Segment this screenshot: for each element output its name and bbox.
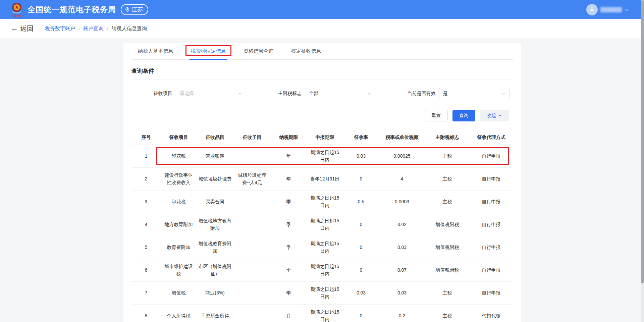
table-cell: 个人所得税 [161, 310, 197, 322]
divider [131, 79, 513, 80]
location-pin-icon [125, 7, 130, 12]
tab-label: 核定征收信息 [291, 48, 321, 54]
table-cell [234, 246, 271, 250]
table-cell: 0 [343, 310, 379, 322]
table-cell: 0.02 [379, 219, 425, 230]
breadcrumb-item-account-query[interactable]: 账户查询 [83, 25, 103, 32]
table-cell: 4 [379, 173, 425, 185]
reset-button[interactable]: 重置 [425, 110, 448, 121]
column-header: 申报期限 [307, 132, 343, 143]
table-row: 3印花税买卖合同季期满之日起15日内0.50.0003主税自行申报 [131, 191, 513, 213]
scrollbar-thumb[interactable] [641, 0, 644, 283]
chevron-down-icon [238, 92, 242, 96]
table-cell: 0.0003 [379, 196, 425, 208]
tab-tax-type-determination-info[interactable]: 税费种认定信息 [190, 43, 227, 60]
table-cell: 0 [343, 265, 379, 276]
table-row: 7增值税商业(3%)季期满之日起15日内0.030.03主税自行申报 [131, 282, 513, 305]
table-cell: 6 [131, 265, 161, 276]
tab-label: 税费种认定信息 [191, 48, 226, 54]
table-row: 8个人所得税工资薪金所得月期满之日起15日内00.2主税代扣代缴 [131, 305, 513, 322]
chevron-down-icon [501, 92, 505, 96]
table-cell: 城市维护建设税 [161, 261, 197, 279]
chevron-down-icon[interactable] [625, 7, 629, 12]
table-cell: 增值税 [161, 287, 197, 299]
main-sub-tax-flag-select[interactable]: 全部 [305, 88, 375, 99]
region-selector[interactable]: 江苏 [121, 4, 148, 15]
table-cell: 增值税地方教育附加 [197, 215, 234, 234]
tab-qualification-info-query[interactable]: 资格信息查询 [242, 43, 275, 60]
column-header: 纳税期限 [271, 132, 307, 143]
table-cell: 自行申报 [470, 242, 513, 253]
table-cell: 期满之日起15日内 [307, 147, 343, 165]
currently-valid-label: 当前是否有效 [408, 91, 436, 97]
table-cell: 印花税 [161, 151, 197, 162]
table-cell [234, 223, 271, 227]
tab-taxpayer-basic-info[interactable]: 纳税人基本信息 [137, 43, 175, 60]
breadcrumb-item-tax-digital-account[interactable]: 税务数字账户 [45, 25, 75, 32]
collapse-label: 收起 [487, 113, 496, 119]
table-row: 2建设行政事业性收费收入城镇垃圾处理费城镇垃圾处理费--人4元年当年12月31日… [131, 168, 513, 191]
table-cell [234, 291, 271, 295]
table-cell: 主税 [425, 173, 470, 185]
currently-valid-select[interactable]: 是 [439, 88, 509, 99]
table-cell: 主税 [425, 287, 470, 299]
table-cell: 自行申报 [470, 151, 513, 162]
levy-item-select[interactable]: 请选择 [176, 88, 246, 99]
collapse-button[interactable]: 收起 [480, 110, 509, 121]
table-cell [234, 154, 271, 158]
table-cell: 工资薪金所得 [197, 310, 234, 322]
page-body: 纳税人基本信息 税费种认定信息 资格信息查询 核定征收信息 查询条件 征收项目 [0, 38, 644, 322]
table-cell: 年 [271, 173, 307, 185]
form-field-levy-item: 征收项目 请选择 [154, 88, 246, 99]
table-row: 6城市维护建设税市区（增值税附征）季期满之日起15日内00.07增值税附税自行申… [131, 259, 513, 282]
table-cell: 自行申报 [470, 287, 513, 299]
levy-item-label: 征收项目 [154, 91, 172, 97]
table-cell: 主税 [425, 196, 470, 208]
breadcrumb-separator: › [78, 26, 80, 31]
table-cell: 自行申报 [470, 219, 513, 230]
table-cell: 商业(3%) [197, 287, 234, 299]
table-cell: 2 [131, 173, 161, 185]
table-cell: 0.03 [343, 287, 379, 299]
vertical-scrollbar[interactable] [641, 0, 644, 322]
query-form: 征收项目 请选择 主附税标志 全部 当前是否有效 [131, 88, 513, 99]
table-cell: 5 [131, 242, 161, 253]
form-field-currently-valid: 当前是否有效 是 [408, 88, 509, 99]
back-label: 返回 [20, 24, 34, 33]
breadcrumb: 税务数字账户 › 账户查询 › 纳税人信息查询 [45, 25, 147, 32]
back-button[interactable]: ← 返回 [11, 24, 34, 33]
table-cell: 自行申报 [470, 196, 513, 208]
table-cell: 季 [271, 219, 307, 230]
tax-type-table: 序号征收项目征收品目征收子目纳税期限申报期限征收率税率或单位税额主附税标志征收代… [131, 130, 513, 322]
user-avatar[interactable] [586, 4, 598, 15]
table-cell: 自行申报 [470, 173, 513, 185]
table-cell: 期满之日起15日内 [307, 284, 343, 302]
search-button[interactable]: 查询 [452, 110, 475, 121]
user-name-redacted [600, 7, 622, 12]
region-label: 江苏 [131, 6, 143, 13]
table-cell: 期满之日起15日内 [307, 215, 343, 234]
table-cell: 印花税 [161, 196, 197, 208]
column-header: 征收项目 [161, 132, 197, 143]
table-cell [234, 268, 271, 272]
person-icon [589, 6, 595, 13]
app-header: 中国税务 全国统一规范电子税务局 江苏 [0, 0, 644, 19]
table-cell: 0.03 [343, 151, 379, 162]
tax-bureau-emblem-logo: 中国税务 [10, 2, 23, 17]
table-cell: 期满之日起15日内 [307, 193, 343, 211]
table-row: 4地方教育附加增值税地方教育附加季期满之日起15日内00.02增值税附税自行申报 [131, 213, 513, 236]
table-cell: 0.5 [343, 196, 379, 208]
table-cell: 教育费附加 [161, 242, 197, 253]
table-cell: 0 [343, 219, 379, 230]
table-cell: 0.00025 [379, 151, 425, 162]
tab-bar: 纳税人基本信息 税费种认定信息 资格信息查询 核定征收信息 [131, 43, 513, 60]
table-cell: 增值税附税 [425, 242, 470, 253]
table-cell: 月 [271, 310, 307, 322]
table-cell [234, 200, 271, 204]
table-cell: 代扣代缴 [470, 310, 513, 322]
tab-assessed-collection-info[interactable]: 核定征收信息 [290, 43, 323, 60]
chevron-up-icon [498, 114, 502, 118]
breadcrumb-item-taxpayer-info-query: 纳税人信息查询 [112, 25, 147, 32]
currently-valid-value: 是 [443, 91, 501, 97]
table-cell: 期满之日起15日内 [307, 307, 343, 322]
